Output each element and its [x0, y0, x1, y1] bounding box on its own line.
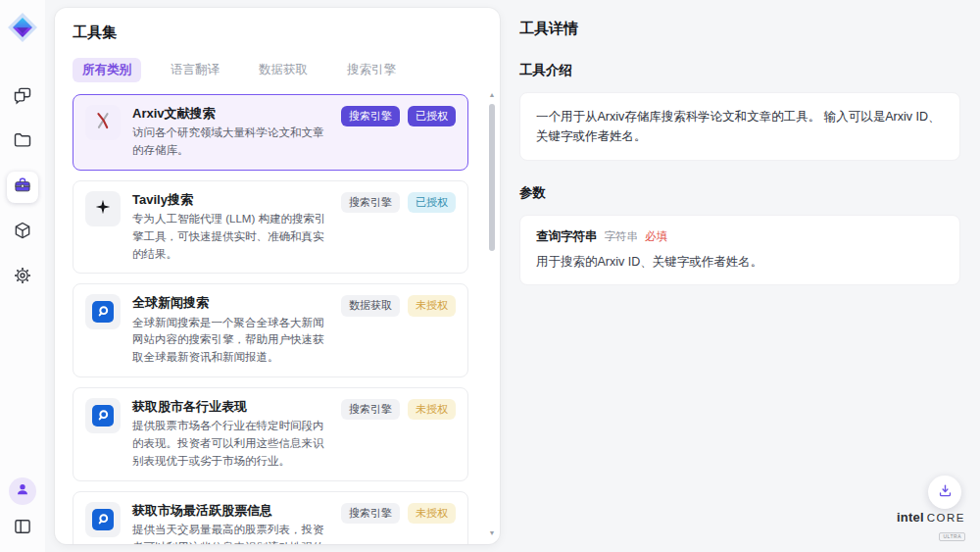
auth-badge: 已授权 [408, 106, 456, 126]
tool-description: 全球新闻搜索是一个聚合全球各大新闻网站内容的搜索引擎，帮助用户快速获取全球最新资… [132, 315, 329, 367]
tool-list-panel: 工具集 所有类别语言翻译数据获取搜索引擎 Arxiv文献搜索 访问各个研究领域大… [55, 8, 500, 544]
tool-description: 专为人工智能代理 (LLM) 构建的搜索引擎工具，可快速提供实时、准确和真实的结… [132, 211, 329, 263]
user-avatar[interactable] [9, 477, 36, 505]
scrollbar-thumb[interactable] [489, 104, 495, 251]
arxiv-icon [92, 110, 114, 135]
category-badge: 搜索引擎 [341, 106, 400, 126]
category-tab[interactable]: 语言翻译 [161, 58, 229, 82]
tool-card[interactable]: 全球新闻搜索 全球新闻搜索是一个聚合全球各大新闻网站内容的搜索引擎，帮助用户快速… [73, 283, 468, 377]
category-badge: 数据获取 [341, 295, 400, 316]
rail-item-collapse[interactable] [7, 513, 38, 544]
tool-card[interactable]: 获取市场最活跃股票信息 提供当天交易量最高的股票列表，投资者可以利用这些信息来识… [73, 491, 468, 544]
param-description: 用于搜索的Arxiv ID、关键字或作者姓名。 [536, 254, 944, 271]
tool-title: 获取股市各行业表现 [132, 398, 329, 416]
params-heading: 参数 [519, 184, 960, 202]
category-badge: 搜索引擎 [341, 399, 400, 420]
panel-toggle-icon [13, 517, 32, 540]
category-badge: 搜索引擎 [341, 503, 400, 524]
download-button[interactable] [928, 476, 961, 509]
intel-brand-text: intel [897, 510, 924, 525]
category-tabs: 所有类别语言翻译数据获取搜索引擎 [73, 58, 484, 82]
tool-description: 访问各个研究领域大量科学论文和文章的存储库。 [132, 125, 329, 160]
cube-icon [13, 221, 32, 244]
processor-badge: ULTRA [939, 532, 965, 541]
auth-badge: 未授权 [408, 503, 456, 524]
category-tab[interactable]: 所有类别 [73, 58, 141, 82]
intel-core-text: CORE [927, 512, 965, 524]
tool-details-panel: 工具详情 工具介绍 一个用于从Arxiv存储库搜索科学论文和文章的工具。 输入可… [500, 0, 980, 552]
tool-title: Tavily搜索 [132, 191, 329, 209]
tool-icon-tile [85, 191, 121, 226]
rail-item-tools[interactable] [7, 172, 38, 203]
folder-icon [13, 130, 32, 154]
param-name: 查询字符串 [536, 228, 598, 245]
param-required-flag: 必填 [645, 229, 667, 244]
param-type: 字符串 [605, 229, 639, 244]
tool-card[interactable]: 获取股市各行业表现 提供股票市场各个行业在特定时间段内的表现。投资者可以利用这些… [73, 387, 468, 481]
left-rail [0, 0, 45, 552]
tool-description: 提供当天交易量最高的股票列表，投资者可以利用这些信息来识别流动性强的股票和潜在的… [132, 522, 329, 544]
rail-item-models[interactable] [7, 217, 38, 248]
tool-title: 全球新闻搜索 [132, 294, 329, 312]
category-badge: 搜索引擎 [341, 192, 400, 213]
tool-title: Arxiv文献搜索 [132, 105, 329, 123]
auth-badge: 未授权 [408, 399, 456, 420]
scroll-up-arrow[interactable]: ▲ [487, 90, 497, 100]
intro-card: 一个用于从Arxiv存储库搜索科学论文和文章的工具。 输入可以是Arxiv ID… [519, 92, 960, 161]
auth-badge: 已授权 [408, 192, 456, 213]
chat-icon [13, 85, 32, 109]
rail-item-settings[interactable] [7, 262, 38, 293]
auth-badge: 未授权 [408, 295, 456, 316]
tool-icon-tile [85, 502, 121, 537]
tool-icon-tile [85, 105, 121, 140]
user-avatar-icon [15, 481, 30, 501]
intel-core-logo: intel CORE ULTRA [897, 510, 965, 542]
intro-heading: 工具介绍 [519, 62, 960, 79]
scroll-down-arrow[interactable]: ▼ [487, 528, 497, 538]
gear-icon [13, 266, 32, 289]
tool-description: 提供股票市场各个行业在特定时间段内的表现。投资者可以利用这些信息来识别表现优于或… [132, 418, 329, 470]
category-tab[interactable]: 数据获取 [249, 58, 318, 82]
tool-card[interactable]: Arxiv文献搜索 访问各个研究领域大量科学论文和文章的存储库。 搜索引擎 已授… [73, 94, 468, 171]
download-icon [937, 482, 954, 503]
tool-card-list: Arxiv文献搜索 访问各个研究领域大量科学论文和文章的存储库。 搜索引擎 已授… [73, 94, 484, 544]
details-title: 工具详情 [519, 20, 960, 38]
rail-item-chat[interactable] [7, 81, 38, 113]
search-q-icon [92, 405, 114, 427]
page-title: 工具集 [73, 24, 484, 42]
toolbox-icon [13, 176, 32, 199]
sparkle-icon [93, 197, 113, 221]
tool-icon-tile [85, 294, 121, 329]
tool-icon-tile [85, 398, 121, 433]
tool-card[interactable]: Tavily搜索 专为人工智能代理 (LLM) 构建的搜索引擎工具，可快速提供实… [73, 180, 468, 275]
search-q-icon [92, 301, 114, 323]
rail-item-files[interactable] [7, 126, 38, 158]
search-q-icon [92, 509, 114, 530]
param-card: 查询字符串 字符串 必填 用于搜索的Arxiv ID、关键字或作者姓名。 [519, 215, 960, 285]
app-diamond-logo [6, 11, 39, 44]
intro-text: 一个用于从Arxiv存储库搜索科学论文和文章的工具。 输入可以是Arxiv ID… [536, 110, 941, 143]
tool-title: 获取市场最活跃股票信息 [132, 502, 329, 520]
category-tab[interactable]: 搜索引擎 [337, 58, 406, 82]
scrollbar: ▲ ▼ [487, 90, 497, 538]
